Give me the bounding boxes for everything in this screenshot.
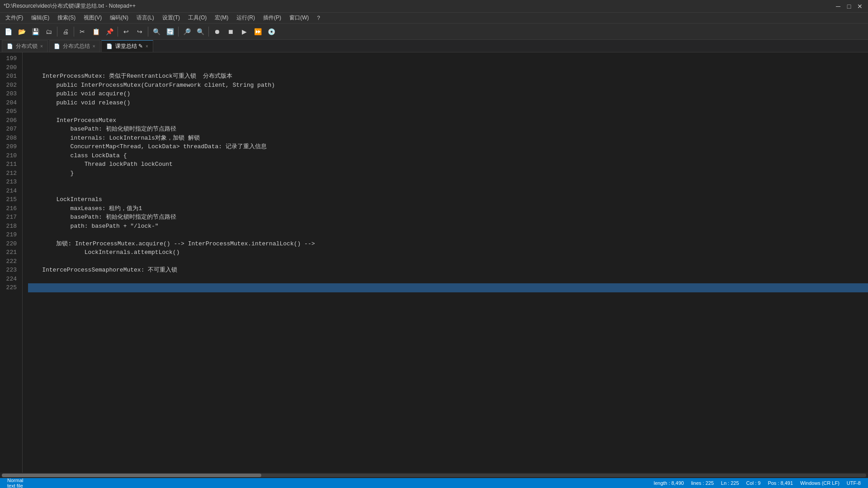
- undo-button[interactable]: ↩: [120, 25, 132, 38]
- tab-icon-0: 📄: [7, 43, 13, 49]
- line-numbers: 1992002012022032042052062072082092102112…: [0, 52, 23, 473]
- tab-label-2: 课堂总结 ✎: [115, 42, 143, 50]
- save-all-button[interactable]: 🗂: [42, 25, 55, 38]
- save-button[interactable]: 💾: [29, 25, 42, 38]
- menu-item-F[interactable]: 文件(F): [2, 13, 27, 23]
- code-line-199: [28, 54, 868, 63]
- tab-2[interactable]: 📄课堂总结 ✎×: [101, 40, 153, 52]
- code-line-209: ConcurrentMap<Thread, LockData> threadDa…: [28, 142, 868, 151]
- status-encoding[interactable]: UTF-8: [843, 480, 864, 486]
- code-line-221: LockInternals.attemptLock(): [28, 248, 868, 257]
- tab-close-0[interactable]: ×: [40, 44, 43, 49]
- tab-0[interactable]: 📄分布式锁×: [2, 40, 48, 52]
- print-button[interactable]: 🖨: [59, 25, 72, 38]
- menu-item-V[interactable]: 视图(V): [80, 13, 105, 23]
- menu-item-O[interactable]: 工具(O): [184, 13, 210, 23]
- line-number-200: 200: [4, 63, 17, 72]
- line-number-203: 203: [4, 89, 17, 99]
- line-number-224: 224: [4, 275, 17, 284]
- code-line-223: InterceProcessSemaphoreMutex: 不可重入锁: [28, 266, 868, 275]
- status-col[interactable]: Col : 9: [743, 480, 764, 486]
- menu-item-S[interactable]: 搜索(S): [54, 13, 79, 23]
- line-number-201: 201: [4, 72, 17, 81]
- zoom-out-button[interactable]: 🔍: [194, 25, 207, 38]
- scroll-thumb[interactable]: [2, 474, 261, 477]
- separator-3: [118, 27, 118, 37]
- code-line-210: class LockData {: [28, 151, 868, 160]
- line-number-214: 214: [4, 187, 17, 196]
- run-macro-button[interactable]: ⏩: [251, 25, 264, 38]
- code-line-215: LockInternals: [28, 195, 868, 204]
- save-macro-button[interactable]: 💿: [265, 25, 278, 38]
- horizontal-scrollbar[interactable]: [0, 473, 868, 478]
- status-line-ending[interactable]: Windows (CR LF): [797, 480, 843, 486]
- close-button[interactable]: ✕: [855, 2, 864, 11]
- record-macro-button[interactable]: ⏺: [211, 25, 223, 38]
- tab-label-1: 分布式总结: [63, 42, 90, 50]
- scroll-track[interactable]: [2, 474, 866, 477]
- line-number-210: 210: [4, 151, 17, 160]
- line-number-205: 205: [4, 107, 17, 116]
- menu-item-P[interactable]: 插件(P): [259, 13, 285, 23]
- menu-item-N[interactable]: 编码(N): [106, 13, 132, 23]
- line-number-212: 212: [4, 169, 17, 178]
- code-line-212: }: [28, 169, 868, 178]
- open-file-button[interactable]: 📂: [15, 25, 28, 38]
- line-number-223: 223: [4, 266, 17, 275]
- code-area[interactable]: InterProcessMutex: 类似于ReentrantLock可重入锁 …: [23, 52, 868, 473]
- separator-2: [74, 27, 74, 37]
- maximize-button[interactable]: □: [844, 2, 854, 11]
- menu-item-T[interactable]: 设置(T): [159, 13, 184, 23]
- menu-bar: 文件(F)编辑(E)搜索(S)视图(V)编码(N)语言(L)设置(T)工具(O)…: [0, 13, 868, 23]
- line-number-222: 222: [4, 257, 17, 266]
- code-line-220: 加锁: InterProcessMutex.acquire() --> Inte…: [28, 239, 868, 249]
- copy-button[interactable]: 📋: [90, 25, 102, 38]
- tab-icon-2: 📄: [106, 43, 113, 49]
- status-ln[interactable]: Ln : 225: [717, 480, 743, 486]
- menu-item-R[interactable]: 运行(R): [233, 13, 259, 23]
- tab-close-1[interactable]: ×: [93, 44, 95, 49]
- play-macro-button[interactable]: ▶: [238, 25, 250, 38]
- menu-item-[interactable]: ?: [313, 14, 324, 22]
- menu-item-W[interactable]: 窗口(W): [286, 13, 312, 23]
- line-number-206: 206: [4, 116, 17, 125]
- code-line-219: [28, 230, 868, 239]
- line-number-204: 204: [4, 99, 17, 108]
- replace-button[interactable]: 🔄: [164, 25, 176, 38]
- line-number-219: 219: [4, 230, 17, 239]
- separator-1: [57, 27, 57, 37]
- code-line-216: maxLeases: 租约，值为1: [28, 204, 868, 213]
- code-line-224: [28, 275, 868, 284]
- tab-icon-1: 📄: [54, 43, 60, 49]
- status-pos[interactable]: Pos : 8,491: [764, 480, 797, 486]
- status-lines[interactable]: lines : 225: [688, 480, 717, 486]
- status-length[interactable]: length : 8,490: [650, 480, 688, 486]
- tab-1[interactable]: 📄分布式总结×: [49, 40, 100, 52]
- line-number-216: 216: [4, 204, 17, 213]
- code-line-201: InterProcessMutex: 类似于ReentrantLock可重入锁 …: [28, 72, 868, 81]
- paste-button[interactable]: 📌: [103, 25, 116, 38]
- code-line-205: [28, 107, 868, 116]
- menu-item-M[interactable]: 宏(M): [211, 13, 232, 23]
- line-number-199: 199: [4, 54, 17, 63]
- minimize-button[interactable]: ─: [834, 2, 843, 11]
- separator-5: [178, 27, 179, 37]
- tab-close-2[interactable]: ×: [146, 44, 148, 49]
- zoom-in-button[interactable]: 🔎: [180, 25, 193, 38]
- redo-button[interactable]: ↪: [133, 25, 146, 38]
- separator-6: [208, 27, 209, 37]
- title-bar: *D:\Resource\video\分布式锁\课堂总结.txt - Notep…: [0, 0, 868, 13]
- code-line-225: [28, 283, 868, 292]
- cut-button[interactable]: ✂: [76, 25, 89, 38]
- code-line-211: Thread lockPath lockCount: [28, 160, 868, 169]
- line-number-217: 217: [4, 213, 17, 222]
- status-bar: Normal text file length : 8,490 lines : …: [0, 478, 868, 488]
- status-mode[interactable]: Normal text file: [4, 478, 27, 488]
- line-number-207: 207: [4, 125, 17, 134]
- menu-item-E[interactable]: 编辑(E): [28, 13, 53, 23]
- stop-record-button[interactable]: ⏹: [224, 25, 237, 38]
- find-button[interactable]: 🔍: [150, 25, 163, 38]
- line-number-220: 220: [4, 239, 17, 249]
- new-file-button[interactable]: 📄: [2, 25, 14, 38]
- menu-item-L[interactable]: 语言(L): [133, 13, 158, 23]
